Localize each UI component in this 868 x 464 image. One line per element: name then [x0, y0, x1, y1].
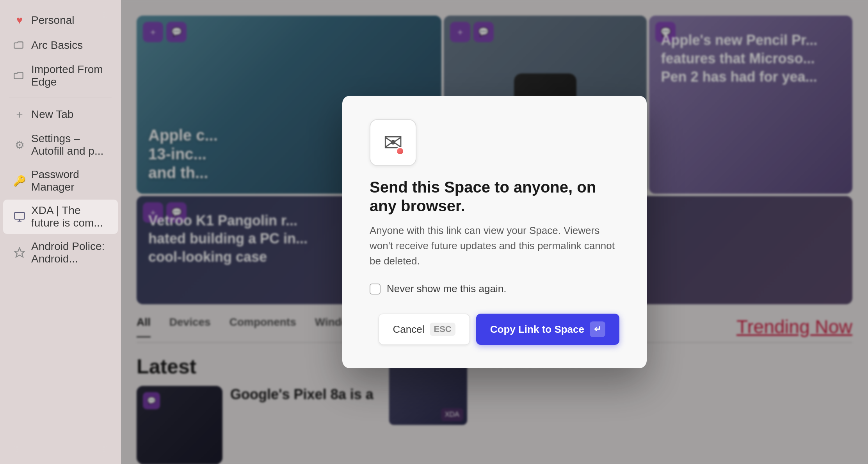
modal-title: Send this Space to anyone, on any browse…: [370, 178, 619, 215]
star-icon: [12, 246, 27, 260]
modal-checkbox-row: Never show me this again.: [370, 283, 619, 295]
esc-badge: ESC: [430, 323, 455, 336]
sidebar-item-label: Settings – Autofill and p...: [31, 132, 108, 157]
folder-icon: [12, 38, 27, 52]
sidebar-item-label: Personal: [31, 14, 75, 27]
sidebar-item-arc-basics[interactable]: Arc Basics: [3, 34, 118, 57]
modal-description: Anyone with this link can view your Spac…: [370, 223, 619, 269]
modal-buttons: Cancel ESC Copy Link to Space ↵: [370, 314, 619, 345]
copy-label: Copy Link to Space: [490, 323, 584, 336]
sidebar-item-label: New Tab: [31, 108, 73, 121]
return-icon: ↵: [590, 321, 605, 337]
checkbox-label: Never show me this again.: [387, 283, 506, 295]
cancel-label: Cancel: [393, 323, 425, 336]
never-show-checkbox[interactable]: [370, 284, 381, 294]
plus-icon: ＋: [12, 107, 27, 121]
cancel-button[interactable]: Cancel ESC: [379, 314, 470, 345]
svg-rect-0: [15, 212, 25, 220]
modal-dialog: ✉ Send this Space to anyone, on any brow…: [342, 96, 647, 368]
modal-backdrop[interactable]: ✉ Send this Space to anyone, on any brow…: [121, 0, 868, 464]
sidebar-item-settings[interactable]: ⚙ Settings – Autofill and p...: [3, 128, 118, 162]
svg-marker-1: [15, 248, 25, 257]
sidebar-item-label: Arc Basics: [31, 39, 83, 52]
sidebar-divider: [9, 98, 112, 98]
sidebar: ♥ Personal Arc Basics Imported From Edge…: [0, 0, 121, 464]
sidebar-item-label: Imported From Edge: [31, 63, 108, 88]
sidebar-item-personal[interactable]: ♥ Personal: [3, 9, 118, 32]
sidebar-item-label: Password Manager: [31, 168, 108, 193]
sidebar-item-new-tab[interactable]: ＋ New Tab: [3, 103, 118, 126]
sidebar-item-password-manager[interactable]: 🔑 Password Manager: [3, 164, 118, 198]
globe-icon: [12, 210, 27, 224]
gear-icon: ⚙: [12, 138, 27, 152]
sidebar-item-android-police[interactable]: Android Police: Android...: [3, 236, 118, 270]
sidebar-item-label: XDA | The future is com...: [31, 204, 108, 229]
key-icon: 🔑: [12, 174, 27, 188]
modal-icon-wrapper: ✉: [370, 119, 416, 166]
sidebar-item-xda[interactable]: XDA | The future is com...: [3, 200, 118, 234]
sidebar-item-imported-from-edge[interactable]: Imported From Edge: [3, 59, 118, 93]
sidebar-item-label: Android Police: Android...: [31, 240, 108, 265]
heart-icon: ♥: [12, 13, 27, 27]
main-content: ＋ 💬 Apple c...13-inc...and th... ＋ 💬 M4: [121, 0, 868, 464]
folder-icon: [12, 69, 27, 83]
return-symbol: ↵: [594, 324, 601, 334]
copy-link-button[interactable]: Copy Link to Space ↵: [476, 314, 619, 345]
modal-icon-container: ✉: [383, 129, 403, 156]
notification-dot: [396, 147, 404, 155]
